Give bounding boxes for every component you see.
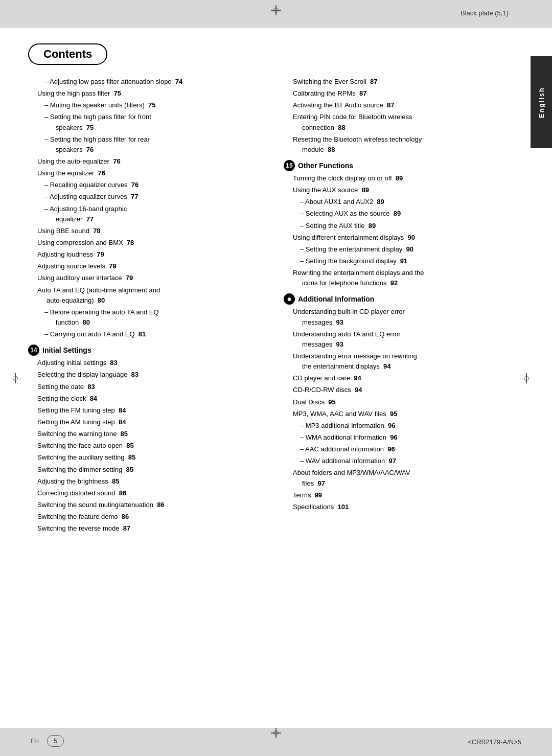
list-item: Using the equalizer 76 — [28, 168, 268, 178]
list-item: – Recalling equalizer curves 76 — [28, 180, 268, 190]
section-15-num: 15 — [284, 160, 295, 171]
additional-info-title: Additional Information — [298, 295, 374, 303]
list-item: – Carrying out auto TA and EQ 81 — [28, 329, 268, 339]
list-item: Rewriting the entertainment displays and… — [284, 268, 524, 288]
list-item: – Setting the high pass filter for front… — [28, 112, 268, 132]
bottom-bar: En 5 <CRB2179-A/N>5 — [0, 728, 552, 756]
list-item: Switching the feature demo 86 — [28, 512, 268, 522]
list-item: Adjusting initial settings 83 — [28, 358, 268, 368]
list-item: Understanding built-in CD player error m… — [284, 307, 524, 327]
list-item: Understanding error message on rewriting… — [284, 351, 524, 372]
list-item: – Setting the entertainment display 90 — [284, 244, 524, 255]
page-number-box: 5 — [47, 735, 64, 747]
section-15-title: Other Functions — [298, 162, 353, 170]
list-item: Adjusting the brightness 85 — [28, 476, 268, 487]
list-item: – Setting the background display 91 — [284, 256, 524, 266]
list-item: – Adjusting equalizer curves 77 — [28, 192, 268, 202]
two-col-layout: – Adjusting low pass filter attenuation … — [28, 77, 524, 535]
list-item: About folders and MP3/WMA/AAC/WAV files … — [284, 468, 524, 488]
list-item: – About AUX1 and AUX2 89 — [284, 197, 524, 207]
list-item: CD player and care 94 — [284, 373, 524, 383]
list-item: – Adjusting low pass filter attenuation … — [28, 77, 268, 87]
additional-info-heading: ● Additional Information — [284, 293, 524, 305]
list-item: Switching the warning tone 85 — [28, 429, 268, 439]
list-item: Correcting distorted sound 86 — [28, 488, 268, 498]
list-item: Activating the BT Audio source 87 — [284, 100, 524, 110]
list-item: – Adjusting 16-band graphic equalizer 77 — [28, 204, 268, 224]
list-item: Using different entertainment displays 9… — [284, 233, 524, 243]
list-item: Entering PIN code for Bluetooth wireless… — [284, 112, 524, 132]
list-item: Using the auto-equalizer 76 — [28, 156, 268, 167]
contents-header: Contents — [28, 43, 107, 65]
list-item: Switching the reverse mode 87 — [28, 523, 268, 534]
list-item: – Selecting AUX as the source 89 — [284, 209, 524, 219]
bullet-circle: ● — [284, 293, 295, 305]
list-item: – Setting the AUX title 89 — [284, 221, 524, 231]
section-14-num: 14 — [28, 345, 39, 356]
right-column: Switching the Ever Scroll 87 Calibrating… — [284, 77, 524, 535]
list-item: Switching the auxiliary setting 85 — [28, 452, 268, 463]
list-item: – Setting the high pass filter for rear … — [28, 134, 268, 155]
page-container: Black plate (5,1) English Contents – Adj… — [0, 0, 552, 756]
list-item: Specifications 101 — [284, 502, 524, 512]
list-item: CD-R/CD-RW discs 94 — [284, 385, 524, 395]
list-item: – MP3 additional information 96 — [284, 421, 524, 431]
list-item: Setting the clock 84 — [28, 394, 268, 404]
list-item: Switching the Ever Scroll 87 — [284, 77, 524, 87]
list-item: Setting the FM tuning step 84 — [28, 405, 268, 416]
list-item: Resetting the Bluetooth wireless technol… — [284, 134, 524, 155]
en-label: En — [31, 737, 39, 745]
top-bar: Black plate (5,1) — [0, 0, 552, 28]
list-item: Switching the sound muting/attenuation 8… — [28, 500, 268, 510]
list-item: Using the AUX source 89 — [284, 185, 524, 195]
list-item: Switching the face auto open 85 — [28, 441, 268, 451]
left-column: – Adjusting low pass filter attenuation … — [28, 77, 268, 535]
list-item: Turning the clock display on or off 89 — [284, 173, 524, 184]
list-item: – WMA additional information 96 — [284, 432, 524, 443]
list-item: MP3, WMA, AAC and WAV files 95 — [284, 409, 524, 419]
page-title: Contents — [43, 48, 92, 61]
list-item: Using auditory user interface 79 — [28, 273, 268, 283]
list-item: – WAV additional information 97 — [284, 456, 524, 466]
list-item: – AAC additional information 96 — [284, 444, 524, 454]
list-item: Auto TA and EQ (auto-time alignment and … — [28, 285, 268, 306]
section-15-heading: 15 Other Functions — [284, 160, 524, 171]
list-item: Selecting the display language 83 — [28, 370, 268, 380]
list-item: – Before operating the auto TA and EQ fu… — [28, 307, 268, 328]
plate-text: Black plate (5,1) — [461, 9, 509, 17]
list-item: Using BBE sound 78 — [28, 226, 268, 236]
list-item: Using compression and BMX 78 — [28, 238, 268, 248]
bottom-code: <CRB2179-A/N>5 — [468, 738, 521, 746]
list-item: Setting the date 83 — [28, 382, 268, 392]
list-item: Understanding auto TA and EQ error messa… — [284, 329, 524, 350]
list-item: Dual Discs 95 — [284, 397, 524, 407]
list-item: Using the high pass filter 75 — [28, 88, 268, 99]
bottom-left: En 5 — [31, 735, 64, 747]
list-item: Adjusting loudness 79 — [28, 249, 268, 260]
main-content: Contents – Adjusting low pass filter att… — [0, 28, 552, 728]
section-14-heading: 14 Initial Settings — [28, 345, 268, 356]
list-item: – Muting the speaker units (filters) 75 — [28, 100, 268, 110]
list-item: Calibrating the RPMs 87 — [284, 88, 524, 99]
list-item: Terms 99 — [284, 490, 524, 500]
list-item: Switching the dimmer setting 85 — [28, 465, 268, 475]
reg-mark-top — [271, 5, 281, 15]
list-item: Adjusting source levels 79 — [28, 261, 268, 271]
section-14-title: Initial Settings — [42, 346, 91, 354]
list-item: Setting the AM tuning step 84 — [28, 417, 268, 427]
